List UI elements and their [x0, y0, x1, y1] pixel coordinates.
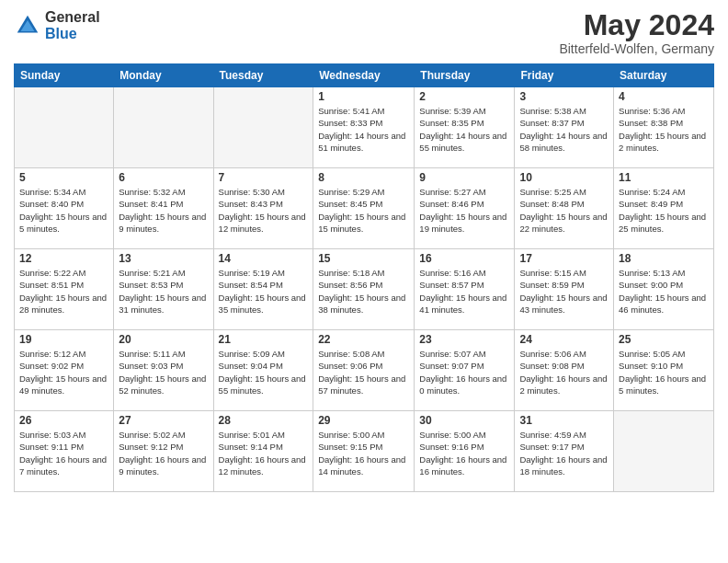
day-cell: 7Sunrise: 5:30 AM Sunset: 8:43 PM Daylig…	[213, 168, 313, 249]
title-block: May 2024 Bitterfeld-Wolfen, Germany	[559, 9, 714, 56]
weekday-header-row: Sunday Monday Tuesday Wednesday Thursday…	[15, 64, 714, 87]
day-cell: 3Sunrise: 5:38 AM Sunset: 8:37 PM Daylig…	[515, 87, 614, 168]
day-info: Sunrise: 5:41 AM Sunset: 8:33 PM Dayligh…	[318, 105, 409, 154]
day-number: 18	[619, 252, 709, 265]
day-info: Sunrise: 5:25 AM Sunset: 8:48 PM Dayligh…	[519, 186, 609, 235]
day-number: 26	[19, 414, 108, 427]
day-cell: 2Sunrise: 5:39 AM Sunset: 8:35 PM Daylig…	[415, 87, 515, 168]
day-info: Sunrise: 5:02 AM Sunset: 9:12 PM Dayligh…	[119, 429, 208, 477]
day-info: Sunrise: 5:06 AM Sunset: 9:08 PM Dayligh…	[519, 348, 609, 396]
day-cell: 6Sunrise: 5:32 AM Sunset: 8:41 PM Daylig…	[114, 168, 213, 249]
logo-blue: Blue	[45, 26, 100, 42]
day-number: 12	[19, 252, 108, 265]
day-info: Sunrise: 5:07 AM Sunset: 9:07 PM Dayligh…	[419, 348, 509, 396]
day-info: Sunrise: 5:36 AM Sunset: 8:38 PM Dayligh…	[619, 105, 709, 154]
day-info: Sunrise: 5:05 AM Sunset: 9:10 PM Dayligh…	[619, 348, 709, 396]
day-number: 30	[419, 414, 509, 427]
header-friday: Friday	[515, 64, 614, 87]
day-info: Sunrise: 5:19 AM Sunset: 8:54 PM Dayligh…	[219, 267, 309, 316]
day-number: 4	[619, 90, 709, 103]
day-cell: 20Sunrise: 5:11 AM Sunset: 9:03 PM Dayli…	[114, 330, 213, 411]
day-number: 6	[119, 171, 208, 184]
day-info: Sunrise: 5:00 AM Sunset: 9:15 PM Dayligh…	[318, 429, 409, 477]
header-saturday: Saturday	[614, 64, 714, 87]
header-monday: Monday	[114, 64, 213, 87]
day-number: 17	[519, 252, 609, 265]
day-info: Sunrise: 5:01 AM Sunset: 9:14 PM Dayligh…	[219, 429, 309, 477]
day-cell: 29Sunrise: 5:00 AM Sunset: 9:15 PM Dayli…	[313, 411, 415, 492]
header-thursday: Thursday	[415, 64, 515, 87]
logo-text: General Blue	[45, 9, 100, 41]
header: General Blue May 2024 Bitterfeld-Wolfen,…	[14, 9, 714, 56]
day-info: Sunrise: 5:15 AM Sunset: 8:59 PM Dayligh…	[519, 267, 609, 316]
header-sunday: Sunday	[15, 64, 114, 87]
day-cell: 27Sunrise: 5:02 AM Sunset: 9:12 PM Dayli…	[114, 411, 213, 492]
day-number: 24	[519, 333, 609, 346]
day-number: 14	[219, 252, 309, 265]
day-info: Sunrise: 5:13 AM Sunset: 9:00 PM Dayligh…	[619, 267, 709, 316]
day-info: Sunrise: 5:34 AM Sunset: 8:40 PM Dayligh…	[19, 186, 108, 235]
day-info: Sunrise: 5:18 AM Sunset: 8:56 PM Dayligh…	[318, 267, 409, 316]
day-number: 27	[119, 414, 208, 427]
week-row-4: 26Sunrise: 5:03 AM Sunset: 9:11 PM Dayli…	[15, 411, 714, 492]
day-number: 22	[318, 333, 409, 346]
day-number: 2	[419, 90, 509, 103]
day-cell: 18Sunrise: 5:13 AM Sunset: 9:00 PM Dayli…	[614, 249, 714, 330]
location: Bitterfeld-Wolfen, Germany	[559, 41, 714, 56]
day-number: 9	[419, 171, 509, 184]
day-number: 10	[519, 171, 609, 184]
day-cell	[114, 87, 213, 168]
day-info: Sunrise: 5:27 AM Sunset: 8:46 PM Dayligh…	[419, 186, 509, 235]
day-info: Sunrise: 5:08 AM Sunset: 9:06 PM Dayligh…	[318, 348, 409, 396]
day-number: 21	[219, 333, 309, 346]
week-row-0: 1Sunrise: 5:41 AM Sunset: 8:33 PM Daylig…	[15, 87, 714, 168]
day-cell: 16Sunrise: 5:16 AM Sunset: 8:57 PM Dayli…	[415, 249, 515, 330]
day-number: 31	[519, 414, 609, 427]
day-cell: 26Sunrise: 5:03 AM Sunset: 9:11 PM Dayli…	[15, 411, 114, 492]
day-cell: 17Sunrise: 5:15 AM Sunset: 8:59 PM Dayli…	[515, 249, 614, 330]
day-cell: 13Sunrise: 5:21 AM Sunset: 8:53 PM Dayli…	[114, 249, 213, 330]
day-cell: 25Sunrise: 5:05 AM Sunset: 9:10 PM Dayli…	[614, 330, 714, 411]
day-cell: 15Sunrise: 5:18 AM Sunset: 8:56 PM Dayli…	[313, 249, 415, 330]
day-cell: 23Sunrise: 5:07 AM Sunset: 9:07 PM Dayli…	[415, 330, 515, 411]
page: General Blue May 2024 Bitterfeld-Wolfen,…	[0, 0, 728, 563]
day-number: 28	[219, 414, 309, 427]
day-info: Sunrise: 5:11 AM Sunset: 9:03 PM Dayligh…	[119, 348, 208, 396]
day-cell: 24Sunrise: 5:06 AM Sunset: 9:08 PM Dayli…	[515, 330, 614, 411]
day-cell: 10Sunrise: 5:25 AM Sunset: 8:48 PM Dayli…	[515, 168, 614, 249]
day-number: 20	[119, 333, 208, 346]
day-info: Sunrise: 5:21 AM Sunset: 8:53 PM Dayligh…	[119, 267, 208, 316]
week-row-3: 19Sunrise: 5:12 AM Sunset: 9:02 PM Dayli…	[15, 330, 714, 411]
header-wednesday: Wednesday	[313, 64, 415, 87]
day-info: Sunrise: 5:39 AM Sunset: 8:35 PM Dayligh…	[419, 105, 509, 154]
day-info: Sunrise: 5:38 AM Sunset: 8:37 PM Dayligh…	[519, 105, 609, 154]
day-cell: 9Sunrise: 5:27 AM Sunset: 8:46 PM Daylig…	[415, 168, 515, 249]
day-number: 1	[318, 90, 409, 103]
day-cell	[614, 411, 714, 492]
week-row-1: 5Sunrise: 5:34 AM Sunset: 8:40 PM Daylig…	[15, 168, 714, 249]
day-number: 3	[519, 90, 609, 103]
day-cell: 28Sunrise: 5:01 AM Sunset: 9:14 PM Dayli…	[213, 411, 313, 492]
day-number: 11	[619, 171, 709, 184]
day-cell: 14Sunrise: 5:19 AM Sunset: 8:54 PM Dayli…	[213, 249, 313, 330]
logo: General Blue	[14, 9, 100, 41]
day-cell: 12Sunrise: 5:22 AM Sunset: 8:51 PM Dayli…	[15, 249, 114, 330]
day-info: Sunrise: 4:59 AM Sunset: 9:17 PM Dayligh…	[519, 429, 609, 477]
day-number: 8	[318, 171, 409, 184]
day-cell: 19Sunrise: 5:12 AM Sunset: 9:02 PM Dayli…	[15, 330, 114, 411]
day-cell: 31Sunrise: 4:59 AM Sunset: 9:17 PM Dayli…	[515, 411, 614, 492]
week-row-2: 12Sunrise: 5:22 AM Sunset: 8:51 PM Dayli…	[15, 249, 714, 330]
day-cell: 21Sunrise: 5:09 AM Sunset: 9:04 PM Dayli…	[213, 330, 313, 411]
logo-icon	[14, 12, 41, 40]
day-cell: 30Sunrise: 5:00 AM Sunset: 9:16 PM Dayli…	[415, 411, 515, 492]
day-cell: 4Sunrise: 5:36 AM Sunset: 8:38 PM Daylig…	[614, 87, 714, 168]
day-cell	[213, 87, 313, 168]
day-number: 5	[19, 171, 108, 184]
calendar: Sunday Monday Tuesday Wednesday Thursday…	[14, 63, 714, 492]
day-number: 7	[219, 171, 309, 184]
day-number: 19	[19, 333, 108, 346]
day-cell: 22Sunrise: 5:08 AM Sunset: 9:06 PM Dayli…	[313, 330, 415, 411]
day-info: Sunrise: 5:03 AM Sunset: 9:11 PM Dayligh…	[19, 429, 108, 477]
day-info: Sunrise: 5:12 AM Sunset: 9:02 PM Dayligh…	[19, 348, 108, 396]
day-info: Sunrise: 5:00 AM Sunset: 9:16 PM Dayligh…	[419, 429, 509, 477]
